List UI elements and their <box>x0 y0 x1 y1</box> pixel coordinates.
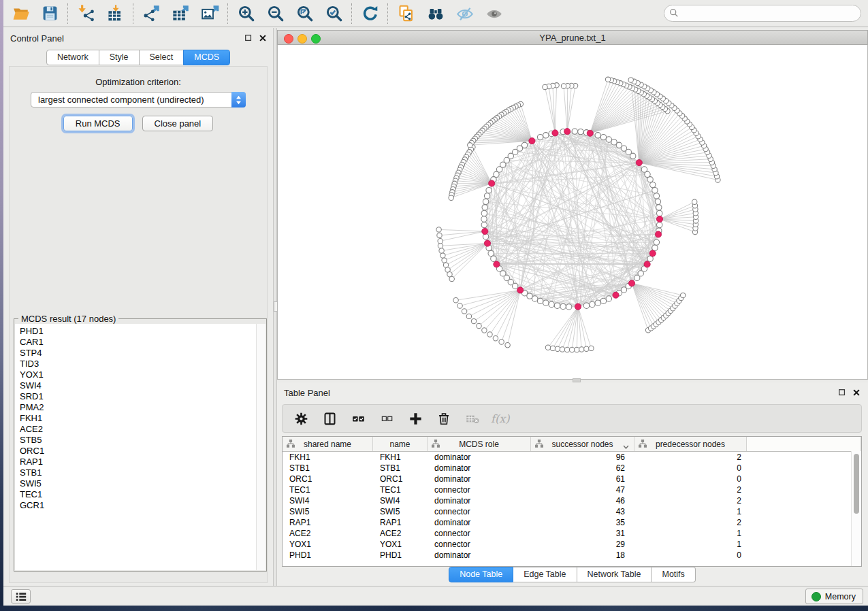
show-column-panel-button[interactable] <box>321 409 338 428</box>
leaf-node[interactable] <box>499 340 504 344</box>
table-row[interactable]: ORC1ORC1dominator610 <box>283 474 861 484</box>
leaf-node[interactable] <box>440 253 445 258</box>
hide-selected-button[interactable] <box>450 1 479 26</box>
mcds-result-node[interactable]: YOX1 <box>20 369 257 380</box>
show-hidden-panels-button[interactable] <box>11 589 31 604</box>
float-panel-icon[interactable] <box>244 34 253 42</box>
ring-node[interactable] <box>600 134 606 139</box>
ring-node[interactable] <box>549 301 554 307</box>
leaf-node[interactable] <box>555 346 560 351</box>
ring-node[interactable] <box>657 210 662 216</box>
import-network-button[interactable] <box>71 1 101 26</box>
leaf-node[interactable] <box>457 303 462 308</box>
close-panel-icon[interactable] <box>259 34 267 42</box>
leaf-node[interactable] <box>442 258 447 263</box>
mcds-result-node[interactable]: FKH1 <box>20 413 257 424</box>
select-all-columns-button[interactable] <box>349 409 367 428</box>
table-row[interactable]: SWI4SWI4dominator462 <box>283 495 861 506</box>
ring-node[interactable] <box>543 300 549 306</box>
ring-node[interactable] <box>491 256 496 261</box>
tab-edge-table[interactable]: Edge Table <box>513 567 577 582</box>
table-row[interactable]: ACE2ACE2connector311 <box>283 528 861 539</box>
table-row[interactable]: YOX1YOX1connector291 <box>283 539 861 550</box>
mcds-result-node[interactable]: ACE2 <box>20 424 257 435</box>
leaf-node[interactable] <box>564 347 569 352</box>
mcds-hub-node[interactable] <box>564 129 570 135</box>
leaf-node[interactable] <box>493 336 498 341</box>
import-table-button[interactable] <box>101 1 130 26</box>
mcds-result-scrollbar[interactable] <box>256 324 266 570</box>
mcds-result-node[interactable]: PHD1 <box>20 326 257 337</box>
column-header-name[interactable]: name <box>373 437 428 451</box>
mcds-hub-node[interactable] <box>529 138 535 144</box>
ring-node[interactable] <box>537 298 543 303</box>
network-window-titlebar[interactable]: YPA_prune.txt_1 <box>277 30 868 45</box>
unselect-all-columns-button[interactable] <box>378 409 396 428</box>
leaf-node[interactable] <box>438 244 443 248</box>
leaf-node[interactable] <box>468 143 472 148</box>
leaf-node[interactable] <box>560 347 564 352</box>
ring-node[interactable] <box>652 245 658 250</box>
table-row[interactable]: SWI5SWI5connector431 <box>283 506 861 517</box>
mcds-hub-node[interactable] <box>484 240 490 246</box>
leaf-node[interactable] <box>628 78 633 82</box>
find-button[interactable] <box>421 1 450 26</box>
ring-node[interactable] <box>532 296 538 301</box>
ring-node[interactable] <box>543 133 549 138</box>
close-panel-button[interactable]: Close panel <box>142 116 214 131</box>
mcds-hub-node[interactable] <box>649 250 656 257</box>
ring-node[interactable] <box>481 210 487 216</box>
mcds-result-node[interactable]: SWI4 <box>20 380 257 391</box>
zoom-selected-button[interactable] <box>319 1 349 26</box>
ring-node[interactable] <box>481 222 487 227</box>
ring-node[interactable] <box>554 303 560 308</box>
zoom-in-button[interactable] <box>231 1 261 26</box>
leaf-node[interactable] <box>453 298 458 303</box>
mcds-result-list[interactable]: PHD1CAR1STP4TID3YOX1SWI4SRD1PMA2FKH1ACE2… <box>15 324 257 570</box>
leaf-node[interactable] <box>579 347 584 352</box>
ring-node[interactable] <box>606 137 611 142</box>
mcds-hub-node[interactable] <box>636 160 642 166</box>
mcds-hub-node[interactable] <box>655 231 661 237</box>
leaf-node[interactable] <box>449 195 453 200</box>
mcds-hub-node[interactable] <box>587 130 593 136</box>
leaf-node[interactable] <box>692 199 697 204</box>
leaf-node[interactable] <box>477 323 481 328</box>
mcds-hub-node[interactable] <box>644 261 650 267</box>
duplicate-network-button[interactable] <box>391 1 421 26</box>
mcds-hub-node[interactable] <box>517 287 524 293</box>
ring-node[interactable] <box>595 133 600 138</box>
leaf-node[interactable] <box>681 293 686 297</box>
network-graph[interactable] <box>278 45 867 378</box>
ring-node[interactable] <box>606 296 611 301</box>
ring-node[interactable] <box>527 293 532 299</box>
column-header-shared-name[interactable]: shared name <box>283 437 373 451</box>
ring-node[interactable] <box>483 199 488 204</box>
mcds-result-node[interactable]: SWI5 <box>20 478 257 489</box>
tab-mcds[interactable]: MCDS <box>183 50 230 65</box>
table-row[interactable]: STB1STB1dominator620 <box>283 463 861 474</box>
leaf-node[interactable] <box>482 328 487 333</box>
zoom-out-button[interactable] <box>261 1 290 26</box>
network-canvas[interactable] <box>277 45 868 380</box>
ring-node[interactable] <box>641 167 647 172</box>
tab-style[interactable]: Style <box>99 50 140 65</box>
delete-columns-button[interactable] <box>435 409 453 428</box>
mcds-result-node[interactable]: STP4 <box>20 348 257 359</box>
run-mcds-button[interactable]: Run MCDS <box>63 116 133 131</box>
ring-node[interactable] <box>488 250 494 256</box>
leaf-node[interactable] <box>439 248 444 253</box>
zoom-fit-button[interactable] <box>290 1 319 26</box>
ring-node[interactable] <box>484 193 489 199</box>
mcds-result-node[interactable]: CAR1 <box>20 337 257 348</box>
ring-node[interactable] <box>655 199 660 204</box>
node-table[interactable]: shared namenameMCDS rolesuccessor nodesp… <box>282 436 862 567</box>
ring-node[interactable] <box>590 301 595 307</box>
mcds-result-node[interactable]: SRD1 <box>20 391 257 402</box>
column-header-successors[interactable]: successor nodes <box>531 437 634 451</box>
tab-network-table[interactable]: Network Table <box>577 567 652 582</box>
ring-node[interactable] <box>583 303 589 308</box>
leaf-node[interactable] <box>584 346 589 351</box>
save-session-button[interactable] <box>35 1 65 26</box>
mcds-hub-node[interactable] <box>575 303 581 310</box>
